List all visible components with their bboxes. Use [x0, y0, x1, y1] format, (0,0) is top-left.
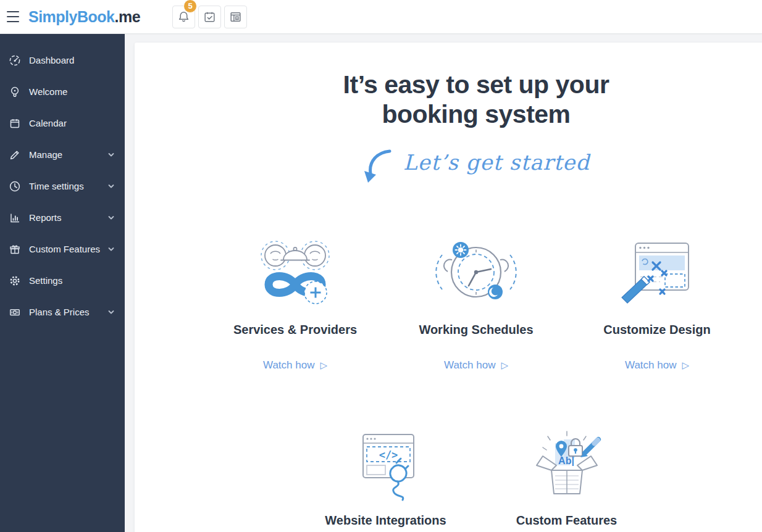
card-services-providers: Services & Providers Watch how ▷ — [205, 235, 386, 372]
sidebar-item-label: Manage — [29, 149, 106, 160]
sidebar-item-label: Time settings — [29, 181, 106, 191]
news-panel-button[interactable] — [224, 6, 247, 28]
sidebar-item-manage[interactable]: Manage — [0, 139, 125, 170]
calendar-icon — [9, 117, 21, 130]
page-title-line2: booking system — [205, 99, 748, 129]
page-title-line1: It’s easy to set up your — [205, 70, 748, 99]
pencil-icon — [9, 149, 21, 161]
sidebar-item-plans-prices[interactable]: Plans & Prices — [0, 296, 125, 328]
watch-how-link-services[interactable]: Watch how ▷ — [263, 359, 327, 372]
page-title: It’s easy to set up your booking system — [205, 70, 748, 129]
clock-icon — [9, 180, 21, 193]
card-title: Custom Features — [516, 513, 617, 528]
app-logo[interactable]: SimplyBook.me — [28, 8, 140, 26]
dashboard-gauge-icon — [9, 54, 21, 67]
play-outline-icon: ▷ — [320, 360, 327, 371]
sidebar-item-label: Welcome — [29, 86, 116, 97]
sidebar-item-label: Settings — [29, 275, 116, 286]
sidebar-item-reports[interactable]: Reports — [0, 202, 125, 233]
watch-how-link-schedules[interactable]: Watch how ▷ — [444, 359, 508, 372]
sidebar-item-label: Dashboard — [29, 55, 116, 65]
logo-primary: SimplyBook — [28, 8, 114, 25]
sidebar-item-label: Plans & Prices — [29, 307, 106, 317]
chevron-down-icon — [106, 181, 116, 191]
hamburger-menu-icon[interactable] — [5, 10, 21, 23]
gift-icon — [9, 243, 21, 256]
banknote-icon — [9, 306, 21, 318]
working-schedules-icon — [430, 235, 522, 308]
sidebar-item-settings[interactable]: Settings — [0, 265, 125, 296]
cards-row-1: Services & Providers Watch how ▷ — [205, 235, 748, 372]
watch-how-label: Watch how — [263, 359, 314, 372]
watch-how-label: Watch how — [625, 359, 676, 372]
card-title: Customize Design — [603, 323, 710, 337]
svg-text:</>: </> — [379, 449, 398, 461]
tagline-text: Let’s get started — [403, 146, 590, 178]
cards-row-2: </> Website Integrations — [205, 427, 748, 528]
card-working-schedules: Working Schedules Watch how ▷ — [386, 235, 567, 372]
play-outline-icon: ▷ — [682, 360, 689, 371]
calendar-check-icon — [203, 10, 216, 23]
sidebar-item-label: Custom Features — [29, 244, 106, 254]
card-title: Website Integrations — [325, 513, 446, 528]
customize-design-icon — [611, 235, 703, 308]
watch-how-link-design[interactable]: Watch how ▷ — [625, 359, 689, 372]
logo-suffix: .me — [114, 8, 140, 25]
sidebar-item-welcome[interactable]: Welcome — [0, 76, 125, 107]
services-providers-icon — [249, 235, 341, 308]
curved-arrow-icon — [362, 148, 392, 183]
bookings-calendar-button[interactable] — [198, 6, 221, 28]
card-title: Services & Providers — [233, 323, 357, 337]
top-header: SimplyBook.me 5 — [0, 0, 762, 34]
card-custom-features: Ab| — [476, 427, 657, 528]
bar-chart-icon — [9, 212, 21, 224]
chevron-down-icon — [106, 213, 116, 223]
card-customize-design: Customize Design Watch how ▷ — [567, 235, 748, 372]
website-integrations-icon: </> — [340, 427, 432, 501]
card-website-integrations: </> Website Integrations — [295, 427, 476, 528]
chevron-down-icon — [106, 307, 116, 317]
sidebar-item-label: Reports — [29, 212, 106, 223]
tagline-row: Let’s get started — [205, 146, 748, 182]
card-title: Working Schedules — [419, 323, 533, 337]
play-outline-icon: ▷ — [501, 360, 508, 371]
chevron-down-icon — [106, 150, 116, 160]
sidebar-nav: Dashboard Welcome Calendar Manage — [0, 34, 125, 532]
news-window-icon — [229, 10, 242, 23]
svg-text:Ab|: Ab| — [558, 455, 574, 466]
sidebar-item-label: Calendar — [29, 118, 116, 128]
custom-features-box-icon: Ab| — [521, 427, 613, 501]
gear-icon — [9, 275, 21, 287]
sidebar-item-dashboard[interactable]: Dashboard — [0, 44, 125, 76]
sidebar-item-time-settings[interactable]: Time settings — [0, 170, 125, 202]
welcome-panel: It’s easy to set up your booking system … — [135, 43, 762, 532]
chevron-down-icon — [106, 244, 116, 254]
watch-how-label: Watch how — [444, 359, 495, 372]
sidebar-item-custom-features[interactable]: Custom Features — [0, 233, 125, 265]
sidebar-item-calendar[interactable]: Calendar — [0, 107, 125, 139]
notification-count-badge: 5 — [183, 0, 197, 13]
lightbulb-icon — [9, 86, 21, 98]
